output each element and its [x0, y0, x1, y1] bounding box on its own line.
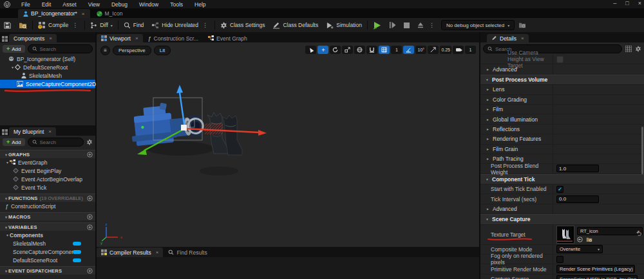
- tab-event-graph[interactable]: Event Graph: [204, 34, 252, 42]
- tree-item-skeletalmesh[interactable]: SkeletalMesh: [0, 71, 95, 80]
- variable-type-pill[interactable]: [73, 242, 81, 246]
- add-blueprint-item-button[interactable]: +Add: [3, 138, 25, 146]
- caret-icon[interactable]: ▾: [5, 233, 10, 237]
- section-graphs[interactable]: ▾GRAPHS: [0, 150, 95, 158]
- add-item-icon[interactable]: [87, 268, 93, 274]
- caret-icon[interactable]: ▾: [4, 225, 8, 230]
- diff-button[interactable]: Diff ▾: [86, 18, 117, 32]
- play-options-icon[interactable]: ⋮: [428, 22, 436, 28]
- add-item-icon[interactable]: [87, 152, 93, 158]
- checkbox[interactable]: [556, 256, 564, 263]
- stop-button[interactable]: [400, 18, 413, 32]
- menu-tools[interactable]: Tools: [164, 1, 189, 8]
- list-item-scenecapturecomponent[interactable]: SceneCaptureComponent: [0, 248, 95, 256]
- eject-button[interactable]: [413, 18, 428, 32]
- subcategory-film[interactable]: ►Film: [480, 105, 553, 114]
- variable-type-pill[interactable]: [73, 250, 81, 254]
- menu-view[interactable]: View: [82, 1, 106, 8]
- subcategory-film-grain[interactable]: ►Film Grain: [480, 145, 553, 154]
- tree-item-scenecapturecomponent2d[interactable]: SceneCaptureComponent2D: [0, 80, 95, 88]
- browse-asset-icon[interactable]: [586, 237, 592, 242]
- caret-icon[interactable]: ►: [486, 107, 490, 111]
- simulation-button[interactable]: Simulation: [322, 18, 366, 32]
- class-settings-button[interactable]: Class Settings: [216, 18, 269, 32]
- tab-my-blueprint[interactable]: My Blueprint×: [9, 127, 56, 136]
- close-icon[interactable]: ×: [48, 129, 52, 134]
- frame-skip-button[interactable]: [386, 18, 400, 32]
- hide-unrelated-button[interactable]: Hide Unrelated ⋮: [147, 18, 213, 32]
- section-event-dispatchers[interactable]: ▾EVENT DISPATCHERS: [0, 266, 95, 274]
- details-search[interactable]: [483, 44, 622, 53]
- caret-icon[interactable]: ▾: [5, 160, 10, 165]
- caret-icon[interactable]: ▼: [485, 217, 489, 221]
- search-input[interactable]: [40, 46, 89, 52]
- tab-bp-icongenerator[interactable]: BP_Icongenerator* ×: [18, 9, 90, 18]
- checkbox[interactable]: ✓: [556, 186, 564, 193]
- tree-item-bp-icongenerator-self-[interactable]: BP_Icongenerator (Self): [0, 55, 95, 63]
- use-asset-icon[interactable]: [577, 237, 583, 242]
- close-icon[interactable]: ×: [49, 35, 52, 41]
- category-component-tick[interactable]: ▼Component Tick: [480, 174, 644, 184]
- value-input[interactable]: [556, 165, 599, 172]
- caret-icon[interactable]: ►: [486, 98, 490, 102]
- compile-options-icon[interactable]: ⋮: [71, 22, 79, 28]
- list-item-constructionscript[interactable]: ƒConstructionScript: [0, 202, 95, 210]
- caret-icon[interactable]: ▾: [4, 215, 8, 219]
- caret-icon[interactable]: ►: [486, 147, 490, 151]
- category-post-process-volume[interactable]: ▼Post Process Volume: [480, 75, 644, 85]
- subcategory-advanced[interactable]: ►Advanced: [480, 204, 553, 213]
- list-item-skeletalmesh[interactable]: SkeletalMesh: [0, 239, 95, 248]
- list-item-event-actorbeginoverlap[interactable]: Event ActorBeginOverlap: [0, 175, 95, 183]
- section-macros[interactable]: ▾MACROS: [0, 212, 95, 221]
- menu-file[interactable]: File: [15, 1, 36, 8]
- caret-icon[interactable]: ▾: [4, 196, 8, 201]
- list-item-event-tick[interactable]: Event Tick: [0, 183, 95, 192]
- add-item-icon[interactable]: [87, 224, 93, 230]
- caret-icon[interactable]: ▼: [485, 177, 489, 181]
- tab-details[interactable]: Details ×: [487, 34, 529, 42]
- search-input[interactable]: [40, 140, 80, 145]
- add-item-icon[interactable]: [87, 214, 93, 220]
- list-item-components[interactable]: ▾Components: [0, 231, 95, 239]
- close-icon[interactable]: ×: [82, 11, 85, 17]
- tab-find-results[interactable]: Find Results: [164, 248, 211, 257]
- value-input[interactable]: [556, 195, 599, 203]
- hide-unrelated-options-icon[interactable]: ⋮: [201, 22, 209, 28]
- debug-object-dropdown[interactable]: No debug object selected ▾: [441, 20, 515, 30]
- reset-icon[interactable]: [636, 231, 641, 237]
- asset-thumbnail[interactable]: [556, 226, 574, 244]
- menu-edit[interactable]: Edit: [36, 1, 57, 8]
- tab-m-icon[interactable]: M_Icon: [91, 9, 128, 18]
- caret-icon[interactable]: ►: [486, 87, 490, 91]
- list-item-defaultsceneroot[interactable]: DefaultSceneRoot: [0, 256, 95, 264]
- menu-debug[interactable]: Debug: [106, 1, 133, 8]
- caret-icon[interactable]: ►: [486, 118, 490, 122]
- caret-icon[interactable]: ►: [486, 68, 490, 71]
- dropdown[interactable]: SceneColor (HDR) in RGB, Inv Opacit▾: [556, 275, 638, 279]
- tab-construction-script[interactable]: ƒ Construction Scr...: [144, 34, 203, 42]
- caret-icon[interactable]: ▾: [4, 152, 8, 157]
- close-icon[interactable]: ×: [156, 249, 159, 255]
- variable-type-pill[interactable]: [73, 258, 81, 262]
- caret-icon[interactable]: ▾: [10, 65, 15, 69]
- components-search[interactable]: [28, 44, 93, 53]
- tree-item-defaultsceneroot[interactable]: ▾DefaultSceneRoot: [0, 63, 95, 71]
- viewport[interactable]: ≡ Perspective Lit + 1 10° 0.25 1: [97, 42, 479, 247]
- subcategory-rendering-features[interactable]: ►Rendering Features: [480, 134, 553, 143]
- play-button[interactable]: [369, 18, 386, 32]
- my-blueprint-search[interactable]: [28, 138, 84, 147]
- browse-button[interactable]: [15, 18, 31, 32]
- subcategory-reflections[interactable]: ►Reflections: [480, 125, 553, 134]
- close-icon[interactable]: ×: [135, 35, 138, 41]
- debug-browse-button[interactable]: [515, 18, 530, 32]
- close-button[interactable]: ×: [638, 0, 641, 6]
- maximize-button[interactable]: □: [625, 0, 629, 6]
- section-variables[interactable]: ▾VARIABLES: [0, 222, 95, 231]
- add-item-icon[interactable]: [87, 195, 93, 201]
- subcategory-advanced[interactable]: ►Advanced: [480, 64, 553, 73]
- subcategory-lens[interactable]: ►Lens: [480, 85, 553, 94]
- display-filter-icon[interactable]: [625, 46, 632, 52]
- caret-icon[interactable]: ►: [486, 157, 490, 161]
- gear-icon[interactable]: [635, 46, 641, 52]
- tab-viewport[interactable]: Viewport ×: [97, 34, 143, 42]
